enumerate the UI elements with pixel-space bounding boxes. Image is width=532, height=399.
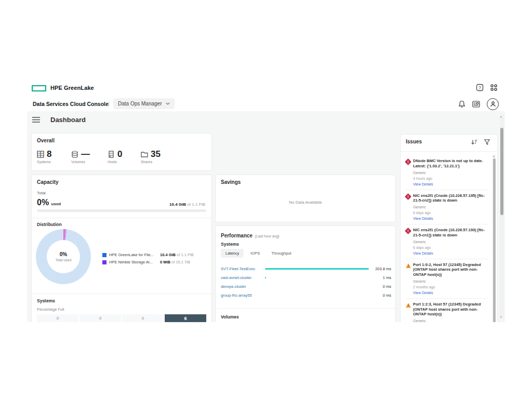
- overall-card: Overall 8 Systems — Volumes: [31, 133, 212, 171]
- filter-icon[interactable]: [484, 139, 490, 145]
- system-link[interactable]: group-fhc-array55: [221, 293, 265, 298]
- legend-label: HPE Nimble Storage Al...: [109, 260, 160, 264]
- system-link[interactable]: devops-cluster: [221, 284, 265, 289]
- tab-throughput[interactable]: Throughput: [267, 249, 296, 258]
- user-avatar[interactable]: [487, 98, 499, 110]
- latency-value: 0 ms: [369, 293, 391, 298]
- page-scrollbar[interactable]: ▴ ▾: [500, 114, 504, 319]
- stat-label: Systems: [37, 160, 71, 164]
- issue-source: Generic: [413, 280, 489, 283]
- view-details-link[interactable]: View Details: [413, 251, 489, 255]
- apps-grid-icon[interactable]: [490, 84, 498, 91]
- issue-title: DNode BMC Version is not up to date. Lat…: [413, 158, 489, 169]
- histogram-bin[interactable]: 6: [165, 314, 206, 322]
- scroll-up-arrow: ▴: [493, 154, 495, 157]
- issues-scrollbar-thumb[interactable]: [493, 158, 496, 322]
- whats-new-icon[interactable]: [472, 101, 480, 108]
- tab-iops[interactable]: IOPS: [246, 249, 264, 258]
- capacity-total-label: Total: [37, 191, 46, 195]
- histogram-bin[interactable]: 0: [37, 314, 78, 322]
- stat-value: 8: [47, 149, 51, 159]
- latency-value: 203.8 ms: [369, 267, 391, 271]
- distribution-label: Distribution: [37, 222, 62, 227]
- critical-icon: !: [405, 193, 411, 200]
- page-scrollbar-thumb[interactable]: [500, 128, 503, 215]
- legend-of: of 1.1 PiB: [177, 252, 194, 257]
- latency-bar-track: [265, 268, 369, 270]
- performance-row: SVT-Fleet-TestExec 203.8 ms: [221, 264, 391, 273]
- issue-item[interactable]: ! ! NIC ens2f1 (Cnode (10.226.57.195) [f…: [406, 190, 489, 225]
- chevron-down-icon: [166, 102, 170, 105]
- issue-item[interactable]: ! ! NIC ens2f1 (Cnode (10.226.57.193) [f…: [406, 224, 489, 259]
- divider: [216, 308, 395, 309]
- person-icon: [490, 101, 496, 107]
- system-link[interactable]: SVT-Fleet-TestExec: [221, 267, 265, 271]
- issue-source: Generic: [413, 171, 489, 175]
- scroll-down-arrow: ▾: [500, 315, 502, 318]
- legend-label: HPE GreenLake for File...: [109, 252, 160, 257]
- latency-bar: [265, 277, 266, 278]
- latency-value: 1 ms: [369, 275, 391, 280]
- system-link[interactable]: vast-avnet-cluster: [221, 275, 265, 280]
- view-details-link[interactable]: View Details: [413, 182, 489, 186]
- issue-item[interactable]: ! ! Port 1:2:3, Host 57 (12345) Degraded…: [406, 299, 489, 322]
- issue-title: NIC ens2f1 (Cnode (10.226.57.193) [ftc-2…: [413, 228, 489, 238]
- sub-header: Data Services Cloud Console | Data Ops M…: [27, 96, 505, 112]
- performance-tabs: Latency IOPS Throughput: [221, 249, 296, 258]
- volumes-icon: [71, 151, 78, 158]
- tab-latency[interactable]: Latency: [221, 249, 244, 258]
- view-details-link[interactable]: View Details: [413, 217, 489, 220]
- stat-value: 35: [151, 149, 161, 159]
- issue-title: Port 1:2:3, Host 57 (12345) Degraded (ON…: [413, 302, 489, 317]
- critical-icon: !: [405, 228, 411, 234]
- donut-center-label: Total Used: [56, 258, 72, 262]
- performance-rows: SVT-Fleet-TestExec 203.8 ms vast-avnet-c…: [221, 264, 391, 300]
- stat-systems[interactable]: 8 Systems: [37, 149, 71, 164]
- legend-item: HPE Nimble Storage Al... 0 MiB of 15.1 T…: [102, 260, 194, 264]
- latency-bar: [265, 268, 369, 270]
- stat-label: Volumes: [71, 160, 108, 164]
- warning-icon: !: [406, 303, 411, 308]
- performance-row: devops-cluster 0 ms: [221, 282, 391, 291]
- console-title: Data Services Cloud Console: [33, 101, 109, 107]
- capacity-donut-chart: 0% Total Used: [36, 229, 91, 284]
- app-switcher-dropdown[interactable]: Data Ops Manager: [113, 98, 175, 109]
- breadcrumb-separator: |: [108, 100, 110, 107]
- stat-value: 0: [117, 149, 122, 159]
- histogram-bin[interactable]: 0: [79, 314, 121, 322]
- stat-label: Shares: [141, 160, 177, 164]
- issue-title: NIC ens2f1 (Cnode (10.226.57.195) [ftc-2…: [413, 193, 489, 204]
- sort-icon[interactable]: [471, 139, 477, 145]
- brand-title: HPE GreenLake: [50, 85, 94, 91]
- issue-item[interactable]: ! ! DNode BMC Version is not up to date.…: [406, 155, 489, 190]
- help-icon[interactable]: ?: [476, 84, 484, 91]
- issue-item[interactable]: ! ! Port 1:0:2, Host 57 (12345) Degraded…: [406, 259, 489, 299]
- legend-swatch: [102, 260, 107, 264]
- legend-value: 10.4 GiB: [160, 252, 176, 257]
- percentage-full-label: Percentage Full: [37, 307, 64, 312]
- latency-value: 0 ms: [369, 284, 391, 289]
- stat-hosts[interactable]: 0 Hosts: [108, 149, 141, 164]
- capacity-card: Capacity Total 0% used 10.4 GiB of 1.1 P…: [31, 175, 212, 322]
- capacity-systems-label: Systems: [37, 298, 55, 303]
- hosts-icon: [108, 151, 115, 158]
- performance-card: Performance (Last hour avg) Systems Late…: [215, 225, 396, 322]
- histogram-bin[interactable]: 0: [122, 314, 164, 322]
- performance-title: Performance: [221, 233, 252, 238]
- notifications-bell-icon[interactable]: [458, 100, 466, 108]
- stat-volumes[interactable]: — Volumes: [71, 149, 108, 164]
- issues-scrollbar[interactable]: ▴ ▾: [493, 154, 496, 322]
- menu-hamburger-icon[interactable]: [32, 117, 40, 123]
- dashboard-content: Dashboard Overall 8 Systems —: [27, 111, 505, 322]
- savings-empty-text: No Data Available: [216, 200, 395, 205]
- capacity-used-value: 10.4 GiB: [169, 202, 186, 207]
- legend-of: of 15.1 TiB: [171, 260, 190, 264]
- legend-item: HPE GreenLake for File... 10.4 GiB of 1.…: [102, 252, 194, 257]
- capacity-legend: HPE GreenLake for File... 10.4 GiB of 1.…: [102, 252, 194, 267]
- global-header: HPE GreenLake ?: [27, 81, 505, 97]
- capacity-percent: 0%: [37, 198, 49, 207]
- overall-title: Overall: [37, 138, 206, 143]
- view-details-link[interactable]: View Details: [413, 291, 489, 295]
- stat-shares[interactable]: 35 Shares: [141, 149, 177, 164]
- warning-icon: !: [406, 263, 411, 268]
